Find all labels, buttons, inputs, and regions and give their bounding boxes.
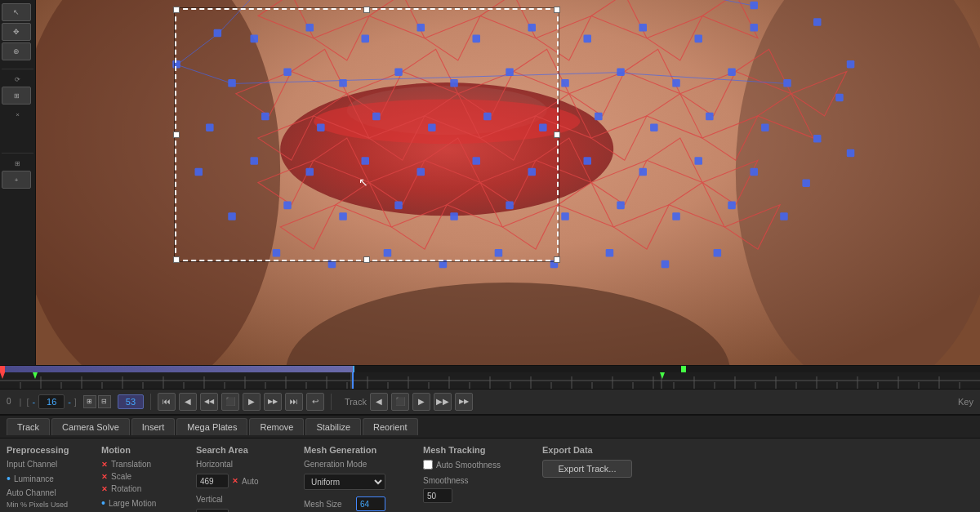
frame-bracket-label: 0 xyxy=(7,397,11,406)
svg-marker-203 xyxy=(0,372,5,379)
handle-mid-left[interactable] xyxy=(173,131,180,138)
controls-panel: Preprocessing Input Channel • Luminance … xyxy=(0,439,980,512)
vertical-label: Vertical xyxy=(196,495,291,504)
search-area-group: Search Area Horizontal ✕ Auto Vertical ✕… xyxy=(196,445,291,505)
vertical-row: ✕ Auto xyxy=(196,509,291,512)
export-data-title: Export Data xyxy=(542,445,632,455)
horizontal-input[interactable] xyxy=(196,474,229,488)
handle-bottom-left[interactable] xyxy=(173,256,180,263)
svg-rect-125 xyxy=(728,202,736,210)
timeline-red-marker xyxy=(0,366,5,372)
move-tool-btn[interactable]: ✥ xyxy=(2,23,31,41)
svg-rect-130 xyxy=(439,260,448,269)
min-pixels-label: Min % Pixels Used xyxy=(7,501,68,509)
tab-remove[interactable]: Remove xyxy=(249,418,304,435)
min-pixels-row: Min % Pixels Used xyxy=(7,501,88,509)
luminance-label: Luminance xyxy=(14,474,63,483)
translation-check[interactable]: ✕ xyxy=(101,461,108,469)
rotation-label: Rotation xyxy=(111,484,160,493)
tracking-bounding-box[interactable] xyxy=(175,8,559,261)
large-motion-label: Large Motion xyxy=(109,499,158,508)
svg-rect-126 xyxy=(780,212,788,220)
export-data-group: Export Data Export Track... xyxy=(542,445,632,505)
scale-label: Scale xyxy=(111,472,160,481)
svg-point-2 xyxy=(736,0,980,365)
sidebar-panel-btn-2[interactable]: + xyxy=(2,171,31,189)
motion-title: Motion xyxy=(101,445,183,455)
track-play-end-btn[interactable]: ▶▶ xyxy=(434,393,452,411)
sidebar-panel-btn-1[interactable]: ⊞ xyxy=(2,87,31,105)
play-back-btn[interactable]: ◀◀ xyxy=(200,393,218,411)
smoothness-input[interactable] xyxy=(423,488,452,503)
timeline-progress-bar[interactable] xyxy=(0,366,980,372)
track-stop-btn[interactable]: ⬛ xyxy=(391,393,409,411)
svg-marker-201 xyxy=(33,372,38,379)
tab-insert[interactable]: Insert xyxy=(131,418,176,435)
tab-mega-plates[interactable]: Mega Plates xyxy=(176,418,247,435)
track-play-fwd-btn[interactable]: ▶ xyxy=(412,393,430,411)
bottom-panel: Track Camera Solve Insert Mega Plates Re… xyxy=(0,414,980,512)
handle-bottom-mid[interactable] xyxy=(363,256,370,263)
export-track-btn[interactable]: Export Track... xyxy=(542,460,632,478)
timeline-ruler[interactable] xyxy=(0,372,980,389)
large-motion-row: • Large Motion xyxy=(101,496,183,510)
svg-rect-122 xyxy=(561,212,569,220)
play-fwd-btn[interactable]: ▶ xyxy=(243,393,261,411)
tab-reorient[interactable]: Reorient xyxy=(363,418,418,435)
mesh-size-label: Mesh Size xyxy=(304,500,353,509)
translation-label: Translation xyxy=(111,460,160,469)
tab-track[interactable]: Track xyxy=(7,418,50,435)
svg-rect-90 xyxy=(835,94,844,102)
tab-stabilize[interactable]: Stabilize xyxy=(305,418,361,435)
timeline-green-marker xyxy=(681,366,686,372)
main-container: ↖ ✥ ⊕ ⟳ ⊞ × ⊞ + xyxy=(0,0,980,512)
timeline-progress-fill xyxy=(0,366,353,372)
preprocessing-group: Preprocessing Input Channel • Luminance … xyxy=(7,445,88,505)
handle-bottom-right[interactable] xyxy=(554,256,560,263)
zoom-tool-btn[interactable]: ⊕ xyxy=(2,42,31,60)
frame-icon-2[interactable]: ⊟ xyxy=(98,395,111,408)
auto-channel-row: Auto Channel xyxy=(7,488,88,497)
frame-icon-1[interactable]: ⊞ xyxy=(83,395,96,408)
pointer-tool-btn[interactable]: ↖ xyxy=(2,3,31,21)
tab-camera-solve[interactable]: Camera Solve xyxy=(51,418,130,435)
luminance-row: • Luminance xyxy=(7,472,88,485)
handle-top-left[interactable] xyxy=(173,7,180,13)
search-area-title: Search Area xyxy=(196,445,291,455)
sidebar-label-3: ⊞ xyxy=(2,160,33,167)
play-fast-btn[interactable]: ▶▶ xyxy=(264,393,282,411)
go-start-btn[interactable]: ⏮ xyxy=(158,393,176,411)
h-auto-check[interactable]: ✕ xyxy=(232,477,238,485)
rotation-row: ✕ Rotation xyxy=(101,484,183,493)
current-frame-input[interactable] xyxy=(38,394,65,409)
translation-row: ✕ Translation xyxy=(101,460,183,469)
scale-check[interactable]: ✕ xyxy=(101,473,108,481)
dash-out: - xyxy=(68,397,71,407)
track-prev-btn[interactable]: ◀ xyxy=(370,393,388,411)
vertical-input[interactable] xyxy=(196,509,229,512)
svg-rect-75 xyxy=(639,24,647,32)
bracket-in: [ xyxy=(26,397,29,407)
rotation-check[interactable]: ✕ xyxy=(101,485,108,493)
svg-rect-135 xyxy=(714,249,722,257)
horizontal-row: ✕ Auto xyxy=(196,474,291,488)
mesh-tracking-group: Mesh Tracking Auto Smoothness Smoothness xyxy=(423,445,529,505)
mesh-size-input[interactable] xyxy=(356,496,385,511)
handle-top-mid[interactable] xyxy=(363,7,370,13)
total-frames-input[interactable] xyxy=(118,394,144,409)
track-play-fwd2-btn[interactable]: ▶▶ xyxy=(455,393,473,411)
loop-btn[interactable]: ↩ xyxy=(306,393,324,411)
playback-controls: 0 | [ - - ] ⊞ ⊟ ⏮ ◀ ◀◀ ⬛ ▶ ▶▶ ⏭ ↩ T xyxy=(0,389,980,414)
bracket-open: | xyxy=(20,397,22,407)
smoothness-row: Smoothness xyxy=(423,476,529,485)
go-end-btn[interactable]: ⏭ xyxy=(285,393,303,411)
handle-mid-right[interactable] xyxy=(554,131,560,138)
svg-rect-88 xyxy=(728,68,736,76)
auto-smoothness-check[interactable] xyxy=(423,460,433,470)
stop-btn[interactable]: ⬛ xyxy=(221,393,239,411)
svg-rect-128 xyxy=(328,260,336,269)
generation-mode-select[interactable]: Uniform Adaptive xyxy=(304,474,385,490)
prev-frame-btn[interactable]: ◀ xyxy=(179,393,197,411)
handle-top-right[interactable] xyxy=(554,7,560,13)
viewport[interactable]: ↖ xyxy=(36,0,980,365)
